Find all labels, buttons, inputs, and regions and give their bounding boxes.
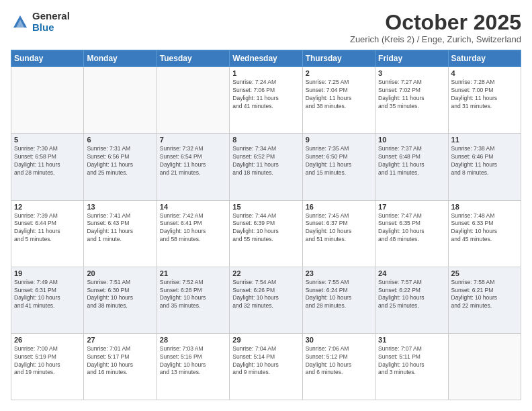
calendar-cell: 25Sunrise: 7:58 AM Sunset: 6:21 PM Dayli… [448, 267, 521, 333]
day-info: Sunrise: 7:58 AM Sunset: 6:21 PM Dayligh… [451, 279, 518, 311]
day-info: Sunrise: 7:48 AM Sunset: 6:33 PM Dayligh… [451, 212, 518, 244]
day-info: Sunrise: 7:38 AM Sunset: 6:46 PM Dayligh… [451, 145, 518, 177]
day-info: Sunrise: 7:25 AM Sunset: 7:04 PM Dayligh… [306, 79, 372, 111]
day-info: Sunrise: 7:31 AM Sunset: 6:56 PM Dayligh… [87, 145, 153, 177]
day-number: 6 [87, 136, 153, 144]
day-number: 5 [14, 136, 81, 144]
calendar-cell: 1Sunrise: 7:24 AM Sunset: 7:06 PM Daylig… [230, 67, 302, 134]
day-info: Sunrise: 7:28 AM Sunset: 7:00 PM Dayligh… [451, 79, 518, 111]
day-number: 24 [378, 269, 445, 277]
calendar-cell: 6Sunrise: 7:31 AM Sunset: 6:56 PM Daylig… [84, 134, 157, 200]
day-number: 18 [451, 203, 518, 211]
calendar-cell: 5Sunrise: 7:30 AM Sunset: 6:58 PM Daylig… [11, 134, 84, 200]
day-info: Sunrise: 7:47 AM Sunset: 6:35 PM Dayligh… [378, 212, 445, 244]
day-number: 19 [14, 269, 81, 277]
calendar-cell: 2Sunrise: 7:25 AM Sunset: 7:04 PM Daylig… [302, 67, 375, 134]
calendar-cell [448, 333, 521, 400]
calendar-cell: 28Sunrise: 7:03 AM Sunset: 5:16 PM Dayli… [157, 333, 229, 400]
day-number: 7 [160, 136, 226, 144]
day-info: Sunrise: 7:03 AM Sunset: 5:16 PM Dayligh… [160, 345, 226, 377]
calendar-cell: 15Sunrise: 7:44 AM Sunset: 6:39 PM Dayli… [230, 200, 302, 267]
weekday-header-monday: Monday [84, 50, 157, 67]
day-info: Sunrise: 7:51 AM Sunset: 6:30 PM Dayligh… [87, 279, 153, 311]
day-info: Sunrise: 7:55 AM Sunset: 6:24 PM Dayligh… [306, 279, 372, 311]
day-info: Sunrise: 7:32 AM Sunset: 6:54 PM Dayligh… [160, 145, 226, 177]
calendar-week-row-3: 12Sunrise: 7:39 AM Sunset: 6:44 PM Dayli… [11, 200, 521, 267]
calendar-cell: 30Sunrise: 7:06 AM Sunset: 5:12 PM Dayli… [302, 333, 375, 400]
day-info: Sunrise: 7:57 AM Sunset: 6:22 PM Dayligh… [378, 279, 445, 311]
day-number: 17 [378, 203, 445, 211]
calendar-cell: 3Sunrise: 7:27 AM Sunset: 7:02 PM Daylig… [375, 67, 448, 134]
calendar-cell: 20Sunrise: 7:51 AM Sunset: 6:30 PM Dayli… [84, 267, 157, 333]
header: General Blue October 2025 Zuerich (Kreis… [11, 11, 521, 44]
calendar-cell: 19Sunrise: 7:49 AM Sunset: 6:31 PM Dayli… [11, 267, 84, 333]
calendar-cell [84, 67, 157, 134]
calendar-cell: 14Sunrise: 7:42 AM Sunset: 6:41 PM Dayli… [157, 200, 229, 267]
calendar-cell: 27Sunrise: 7:01 AM Sunset: 5:17 PM Dayli… [84, 333, 157, 400]
calendar-cell: 10Sunrise: 7:37 AM Sunset: 6:48 PM Dayli… [375, 134, 448, 200]
day-number: 3 [378, 69, 445, 77]
calendar-cell: 8Sunrise: 7:34 AM Sunset: 6:52 PM Daylig… [230, 134, 302, 200]
calendar-cell [157, 67, 229, 134]
calendar-cell: 21Sunrise: 7:52 AM Sunset: 6:28 PM Dayli… [157, 267, 229, 333]
day-number: 13 [87, 203, 153, 211]
day-number: 12 [14, 203, 81, 211]
calendar-week-row-5: 26Sunrise: 7:00 AM Sunset: 5:19 PM Dayli… [11, 333, 521, 400]
day-number: 28 [160, 336, 226, 344]
day-number: 8 [232, 136, 299, 144]
calendar-cell: 18Sunrise: 7:48 AM Sunset: 6:33 PM Dayli… [448, 200, 521, 267]
day-info: Sunrise: 7:44 AM Sunset: 6:39 PM Dayligh… [232, 212, 299, 244]
day-number: 27 [87, 336, 153, 344]
logo-general-text: General [32, 11, 70, 22]
weekday-header-wednesday: Wednesday [230, 50, 302, 67]
day-number: 1 [232, 69, 299, 77]
calendar-cell: 9Sunrise: 7:35 AM Sunset: 6:50 PM Daylig… [302, 134, 375, 200]
header-right: October 2025 Zuerich (Kreis 2) / Enge, Z… [350, 11, 521, 44]
day-number: 9 [306, 136, 372, 144]
calendar-week-row-1: 1Sunrise: 7:24 AM Sunset: 7:06 PM Daylig… [11, 67, 521, 134]
day-number: 22 [232, 269, 299, 277]
day-info: Sunrise: 7:41 AM Sunset: 6:43 PM Dayligh… [87, 212, 153, 244]
day-info: Sunrise: 7:06 AM Sunset: 5:12 PM Dayligh… [306, 345, 372, 377]
calendar-cell: 4Sunrise: 7:28 AM Sunset: 7:00 PM Daylig… [448, 67, 521, 134]
weekday-header-tuesday: Tuesday [157, 50, 229, 67]
day-info: Sunrise: 7:30 AM Sunset: 6:58 PM Dayligh… [14, 145, 81, 177]
weekday-header-thursday: Thursday [302, 50, 375, 67]
day-info: Sunrise: 7:00 AM Sunset: 5:19 PM Dayligh… [14, 345, 81, 377]
calendar-cell: 23Sunrise: 7:55 AM Sunset: 6:24 PM Dayli… [302, 267, 375, 333]
calendar-table: SundayMondayTuesdayWednesdayThursdayFrid… [11, 50, 521, 400]
day-info: Sunrise: 7:52 AM Sunset: 6:28 PM Dayligh… [160, 279, 226, 311]
weekday-header-friday: Friday [375, 50, 448, 67]
calendar-cell: 16Sunrise: 7:45 AM Sunset: 6:37 PM Dayli… [302, 200, 375, 267]
day-info: Sunrise: 7:01 AM Sunset: 5:17 PM Dayligh… [87, 345, 153, 377]
day-number: 21 [160, 269, 226, 277]
location: Zuerich (Kreis 2) / Enge, Zurich, Switze… [350, 34, 521, 44]
day-number: 23 [306, 269, 372, 277]
day-info: Sunrise: 7:49 AM Sunset: 6:31 PM Dayligh… [14, 279, 81, 311]
day-number: 11 [451, 136, 518, 144]
calendar-cell [11, 67, 84, 134]
day-number: 26 [14, 336, 81, 344]
day-info: Sunrise: 7:07 AM Sunset: 5:11 PM Dayligh… [378, 345, 445, 377]
calendar-cell: 29Sunrise: 7:04 AM Sunset: 5:14 PM Dayli… [230, 333, 302, 400]
day-info: Sunrise: 7:45 AM Sunset: 6:37 PM Dayligh… [306, 212, 372, 244]
calendar-cell: 11Sunrise: 7:38 AM Sunset: 6:46 PM Dayli… [448, 134, 521, 200]
day-info: Sunrise: 7:37 AM Sunset: 6:48 PM Dayligh… [378, 145, 445, 177]
calendar-cell: 26Sunrise: 7:00 AM Sunset: 5:19 PM Dayli… [11, 333, 84, 400]
logo: General Blue [11, 11, 70, 33]
day-info: Sunrise: 7:24 AM Sunset: 7:06 PM Dayligh… [232, 79, 299, 111]
day-number: 31 [378, 336, 445, 344]
calendar-cell: 22Sunrise: 7:54 AM Sunset: 6:26 PM Dayli… [230, 267, 302, 333]
calendar-cell: 13Sunrise: 7:41 AM Sunset: 6:43 PM Dayli… [84, 200, 157, 267]
day-number: 16 [306, 203, 372, 211]
day-info: Sunrise: 7:35 AM Sunset: 6:50 PM Dayligh… [306, 145, 372, 177]
calendar-cell: 31Sunrise: 7:07 AM Sunset: 5:11 PM Dayli… [375, 333, 448, 400]
day-number: 2 [306, 69, 372, 77]
day-number: 10 [378, 136, 445, 144]
calendar-header-row: SundayMondayTuesdayWednesdayThursdayFrid… [11, 50, 521, 67]
calendar-cell: 17Sunrise: 7:47 AM Sunset: 6:35 PM Dayli… [375, 200, 448, 267]
day-info: Sunrise: 7:42 AM Sunset: 6:41 PM Dayligh… [160, 212, 226, 244]
calendar-cell: 24Sunrise: 7:57 AM Sunset: 6:22 PM Dayli… [375, 267, 448, 333]
page: General Blue October 2025 Zuerich (Kreis… [0, 0, 532, 411]
day-number: 14 [160, 203, 226, 211]
